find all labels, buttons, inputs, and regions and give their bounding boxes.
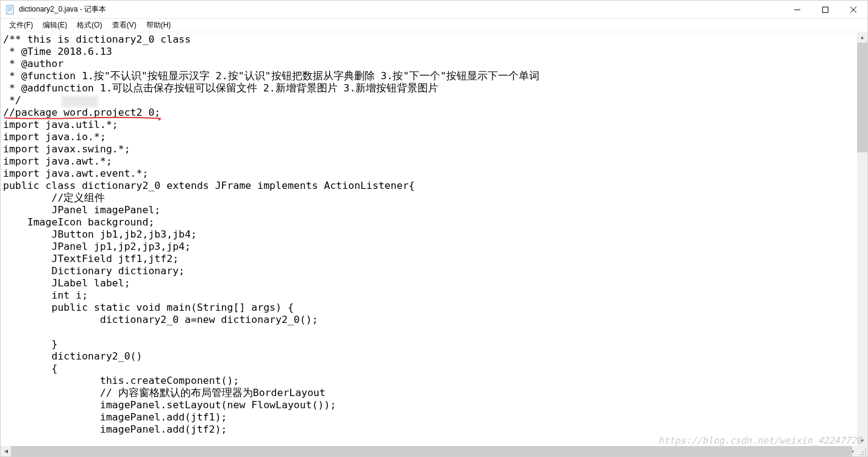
svg-point-9	[865, 449, 866, 450]
vertical-scrollbar[interactable]: ▲ ▼	[857, 32, 867, 446]
horizontal-scrollbar[interactable]: ◀ ▶	[1, 446, 857, 456]
minimize-button[interactable]	[783, 1, 811, 18]
window-title: dictionary2_0.java - 记事本	[19, 4, 783, 15]
notepad-icon	[5, 5, 15, 15]
horizontal-scroll-track[interactable]	[11, 446, 847, 456]
scroll-down-arrow[interactable]: ▼	[857, 436, 867, 446]
scroll-left-arrow[interactable]: ◀	[1, 446, 11, 456]
resize-grip[interactable]	[859, 448, 867, 456]
menu-format[interactable]: 格式(O)	[72, 19, 107, 32]
horizontal-scroll-thumb[interactable]	[11, 446, 852, 456]
svg-rect-6	[823, 7, 828, 12]
vertical-scroll-thumb[interactable]	[857, 43, 867, 152]
maximize-button[interactable]	[811, 1, 839, 18]
svg-point-13	[863, 454, 864, 455]
svg-point-14	[865, 454, 866, 455]
menubar: 文件(F) 编辑(E) 格式(O) 查看(V) 帮助(H)	[1, 19, 867, 32]
svg-point-11	[865, 452, 866, 453]
menu-file[interactable]: 文件(F)	[4, 19, 38, 32]
menu-edit[interactable]: 编辑(E)	[38, 19, 72, 32]
titlebar: dictionary2_0.java - 记事本	[1, 1, 867, 19]
close-button[interactable]	[839, 1, 867, 18]
svg-point-10	[863, 452, 864, 453]
window-controls	[783, 1, 867, 18]
content-wrapper: /** this is dictionary2_0 class * @Time …	[1, 32, 867, 446]
text-editor[interactable]: /** this is dictionary2_0 class * @Time …	[1, 32, 857, 446]
svg-point-12	[860, 454, 861, 455]
scroll-up-arrow[interactable]: ▲	[857, 32, 867, 43]
menu-help[interactable]: 帮助(H)	[141, 19, 176, 32]
menu-view[interactable]: 查看(V)	[107, 19, 141, 32]
bottom-scrollbar-row: ◀ ▶	[1, 446, 867, 456]
notepad-window: dictionary2_0.java - 记事本 文件(F) 编辑(E) 格式(…	[0, 0, 868, 457]
